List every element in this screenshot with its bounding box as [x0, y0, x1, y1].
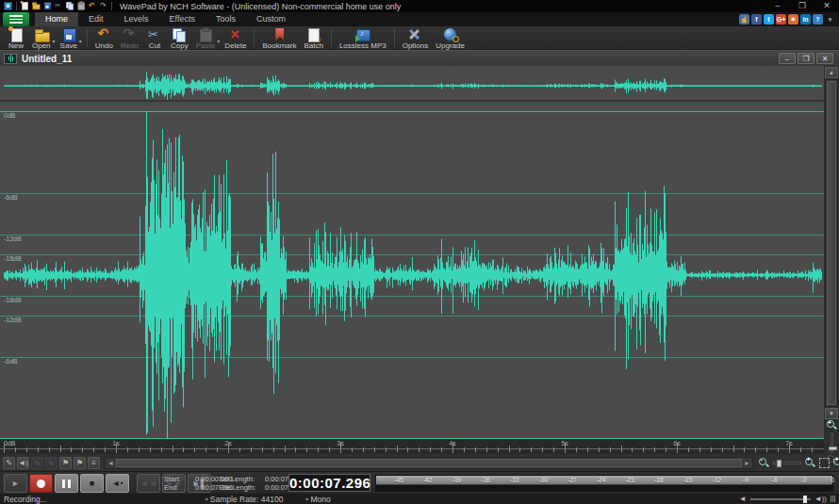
window-maximize-button[interactable]: ❐ — [790, 0, 814, 12]
jog-button[interactable]: ◄• — [106, 474, 129, 493]
pause-button[interactable] — [55, 474, 78, 493]
timeline-ruler[interactable]: 0dB 1s2s3s4s5s6s7s — [0, 439, 824, 454]
record-button[interactable] — [29, 474, 53, 493]
recording-status: Recording... — [4, 495, 47, 504]
zoom-in-icon[interactable]: + — [804, 457, 816, 469]
redo-quick-icon[interactable] — [98, 1, 109, 12]
horizontal-scrollbar[interactable]: ◄ ► — [105, 457, 753, 469]
batch-button[interactable]: Batch — [300, 27, 326, 50]
ruler-db-label: 0dB — [4, 440, 15, 447]
sample-rate-selector[interactable]: ▾ Sample Rate: 44100 — [206, 495, 284, 504]
open-button[interactable]: Open — [28, 27, 55, 50]
ruler-tick — [441, 447, 442, 452]
scroll-down-button[interactable]: ▼ — [825, 408, 838, 419]
copy-pages-icon — [171, 27, 188, 42]
speaker-icon[interactable]: ◄ — [739, 495, 747, 503]
copy-button[interactable]: Copy — [167, 27, 192, 50]
save-floppy-icon — [60, 27, 77, 42]
cut-button[interactable]: Cut — [142, 27, 167, 50]
menu-hamburger-button[interactable] — [3, 12, 29, 26]
waveform-main-view[interactable]: 0dB-6dB-12dB-18dB-18dB-12dB-6dB — [0, 102, 824, 439]
vertical-zoom-slider-thumb[interactable] — [829, 447, 837, 450]
open-quick-icon[interactable] — [30, 1, 41, 12]
doc-minimize-button[interactable]: – — [779, 53, 796, 64]
ruler-tick — [374, 447, 375, 452]
waveform-overview[interactable] — [0, 66, 824, 102]
undo-quick-icon[interactable] — [87, 1, 98, 12]
zoom-full-icon[interactable]: + — [832, 457, 839, 469]
save-quick-icon[interactable] — [41, 1, 53, 12]
window-close-button[interactable]: ✕ — [814, 0, 839, 12]
document-title: Untitled_11 — [22, 54, 72, 64]
tab-levels[interactable]: Levels — [114, 12, 159, 26]
cut-quick-icon[interactable] — [53, 1, 64, 12]
new-button[interactable]: New — [4, 27, 28, 50]
scrub-tool-icon[interactable]: ∿ — [31, 457, 43, 469]
doc-restore-button[interactable]: ❐ — [798, 53, 814, 64]
bookmark-list-icon[interactable]: ≡ — [88, 457, 100, 469]
play-button[interactable]: ► — [4, 474, 27, 493]
ruler-tick — [498, 447, 499, 452]
draw-mode-icon[interactable]: ✎ — [3, 457, 15, 469]
ruler-tick — [407, 447, 408, 452]
zoom-out-icon[interactable]: - — [758, 457, 770, 469]
scroll-up-button[interactable]: ▲ — [825, 67, 838, 78]
copy-quick-icon[interactable] — [64, 1, 75, 12]
lossless-mp3-button[interactable]: Lossless MP3 — [336, 27, 390, 50]
monitor-speaker-icon[interactable]: ◄) — [17, 457, 29, 469]
ruler-tick — [38, 447, 39, 452]
vertical-zoom-slider[interactable] — [831, 433, 833, 452]
tab-custom[interactable]: Custom — [246, 12, 296, 26]
channel-selector[interactable]: ▾ Mono — [305, 495, 330, 504]
save-floppy-icon — [42, 1, 52, 9]
speaker-loud-icon[interactable]: ◄)) — [814, 495, 827, 503]
like-icon[interactable]: ☝ — [739, 14, 749, 24]
scroll-left-arrow[interactable]: ◄ — [106, 458, 116, 468]
googleplus-icon[interactable]: G+ — [776, 14, 786, 24]
toolbar-separator — [87, 28, 88, 47]
upgrade-button[interactable]: Upgrade — [432, 27, 469, 50]
vertical-scroll-zoom-column: ▲ ▼ + — [824, 66, 839, 471]
bookmark-button[interactable]: Bookmark — [258, 27, 300, 50]
ruler-tick — [766, 447, 767, 452]
tab-edit[interactable]: Edit — [78, 12, 114, 26]
vertical-zoom-in-icon[interactable]: + — [826, 419, 838, 431]
ruler-tick — [150, 447, 151, 452]
doc-close-button[interactable]: ✕ — [816, 53, 833, 64]
delete-button[interactable]: Delete — [221, 27, 250, 50]
wave-tool-icon[interactable]: ∿ — [45, 457, 58, 469]
paste-quick-icon[interactable] — [75, 1, 87, 12]
wavepad-app-icon[interactable] — [4, 2, 12, 10]
ruler-tick — [632, 447, 633, 452]
paste-clipboard-icon — [197, 27, 214, 42]
window-minimize-button[interactable]: – — [765, 0, 790, 12]
zoom-to-selection-icon[interactable] — [819, 458, 830, 468]
facebook-icon[interactable]: f — [751, 14, 762, 24]
new-quick-icon[interactable] — [19, 1, 30, 12]
undo-button[interactable]: Undo — [91, 27, 117, 50]
tab-tools[interactable]: Tools — [206, 12, 246, 26]
tab-effects[interactable]: Effects — [159, 12, 206, 26]
options-button[interactable]: Options — [399, 27, 433, 50]
volume-slider-thumb[interactable] — [803, 496, 807, 503]
level-meter-bar — [376, 484, 832, 491]
bookmark-flag-icon[interactable]: ⚑ — [59, 457, 72, 469]
tab-home[interactable]: Home — [35, 12, 78, 26]
community-icon[interactable]: ✶ — [788, 14, 798, 24]
volume-slider[interactable] — [750, 498, 811, 500]
horizontal-scrollbar-thumb[interactable] — [116, 459, 742, 467]
help-icon[interactable]: ? — [813, 14, 823, 24]
bookmark-flag-alt-icon[interactable]: ⚑ — [74, 457, 86, 469]
vertical-scrollbar-thumb[interactable] — [827, 81, 836, 405]
twitter-icon[interactable]: t — [764, 14, 774, 24]
stop-button[interactable]: ■ — [80, 474, 104, 493]
zoom-slider[interactable] — [773, 462, 801, 464]
vertical-scrollbar[interactable] — [825, 79, 838, 407]
social-more-caret[interactable]: ▾ — [825, 14, 835, 24]
scroll-right-arrow[interactable]: ► — [742, 458, 752, 468]
save-button[interactable]: Save — [57, 27, 81, 50]
linkedin-icon[interactable]: in — [800, 14, 811, 24]
ruler-tick — [4, 443, 5, 453]
zoom-slider-thumb[interactable] — [777, 460, 781, 467]
ruler-tick — [666, 447, 666, 452]
